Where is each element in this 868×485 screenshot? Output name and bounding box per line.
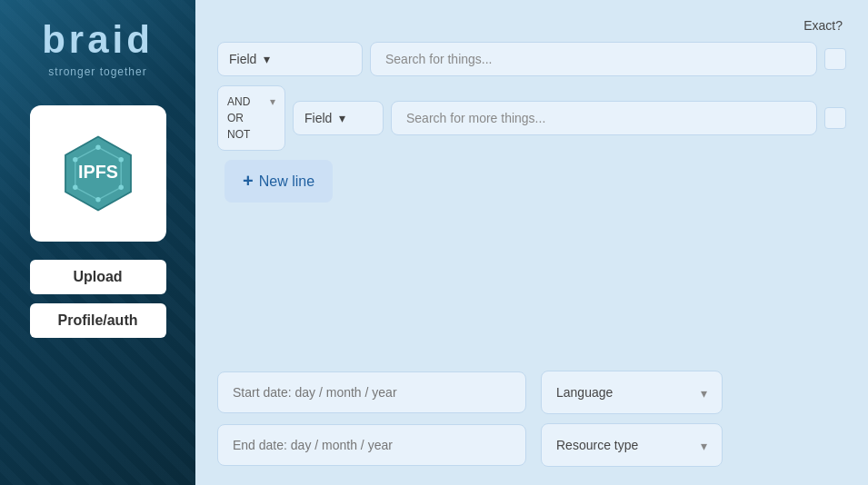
svg-point-3 [95,145,100,150]
new-line-plus: + [243,171,254,192]
logic-and: AND [227,94,250,110]
exact-checkbox-2[interactable] [824,107,846,129]
search-row-1: Field ▾ [217,42,846,76]
filter-row-1: Language ▾ [217,371,846,414]
resource-type-dropdown[interactable]: Resource type ▾ [541,423,723,467]
logic-not: NOT [227,126,250,143]
search-input-1[interactable] [370,42,817,76]
svg-point-8 [73,157,77,162]
ipfs-logo: IPFS [57,133,139,214]
language-dropdown[interactable]: Language ▾ [541,371,723,414]
logic-dropdown[interactable]: AND OR NOT ▾ [217,85,285,151]
field-dropdown-1-label: Field [229,52,256,66]
search-input-2[interactable] [391,101,817,135]
new-line-label: New line [259,173,314,190]
field-dropdown-2[interactable]: Field ▾ [293,101,384,135]
ipfs-logo-container: IPFS [30,105,166,242]
end-date-input[interactable] [217,424,526,466]
field-dropdown-1-chevron: ▾ [264,52,270,66]
field-dropdown-2-chevron: ▾ [339,111,345,125]
svg-text:IPFS: IPFS [78,162,118,182]
logic-or: OR [227,110,250,126]
app-tagline: stronger together [48,65,146,78]
new-line-button[interactable]: + New line [224,160,333,203]
exact-checkbox-1[interactable] [824,48,846,70]
field-dropdown-2-label: Field [304,111,332,125]
resource-type-label: Resource type [556,438,638,452]
logic-options: AND OR NOT [227,94,250,143]
spacer [217,212,846,361]
exact-label: Exact? [803,18,843,33]
field-dropdown-1[interactable]: Field ▾ [217,42,363,76]
exact-row: Exact? [217,18,846,33]
language-chevron: ▾ [701,386,707,401]
svg-point-6 [95,197,100,202]
profile-auth-button[interactable]: Profile/auth [30,303,166,338]
svg-point-5 [118,185,123,190]
logic-chevron: ▾ [270,95,275,108]
language-dropdown-label: Language [556,385,613,400]
start-date-input[interactable] [217,371,526,413]
main-content: Exact? Field ▾ AND OR NOT ▾ Field ▾ [195,0,868,485]
sidebar: braid stronger together IPFS Upload Prof… [0,0,195,485]
search-row-2: AND OR NOT ▾ Field ▾ [217,85,846,151]
upload-button[interactable]: Upload [30,260,166,294]
svg-point-7 [73,185,77,190]
resource-type-chevron: ▾ [701,439,707,453]
app-title: braid [42,18,154,62]
svg-point-4 [118,157,123,162]
filter-row-2: Resource type ▾ [217,423,846,467]
